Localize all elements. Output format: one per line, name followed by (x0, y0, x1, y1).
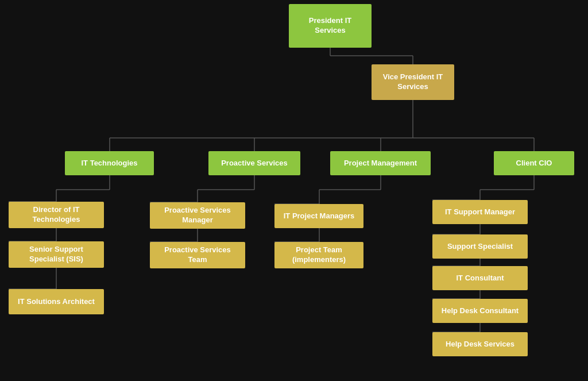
org-chart: President IT ServicesVice President IT S… (0, 0, 588, 381)
node-it_consultant: IT Consultant (432, 266, 528, 290)
node-support_specialist: Support Specialist (432, 234, 528, 259)
node-president: President IT Services (289, 4, 372, 48)
connectors (0, 0, 588, 381)
node-solutions_arch: IT Solutions Architect (9, 289, 104, 314)
node-helpdesk_consultant: Help Desk Consultant (432, 299, 528, 323)
node-senior_support: Senior Support Specialist (SIS) (9, 241, 104, 268)
node-client_cio: Client CIO (494, 151, 574, 175)
node-project_team: Project Team (implementers) (274, 242, 363, 268)
node-helpdesk_services: Help Desk Services (432, 332, 528, 356)
node-it_tech: IT Technologies (65, 151, 154, 175)
node-proactive_mgr: Proactive Services Manager (150, 202, 245, 229)
node-it_support_mgr: IT Support Manager (432, 200, 528, 224)
node-vp: Vice President IT Services (372, 64, 454, 100)
node-proactive_team: Proactive Services Team (150, 242, 245, 268)
node-proactive_svc: Proactive Services (208, 151, 300, 175)
node-director_it: Director of IT Technologies (9, 202, 104, 228)
node-project_mgmt: Project Management (330, 151, 431, 175)
node-it_project_mgrs: IT Project Managers (274, 204, 363, 228)
